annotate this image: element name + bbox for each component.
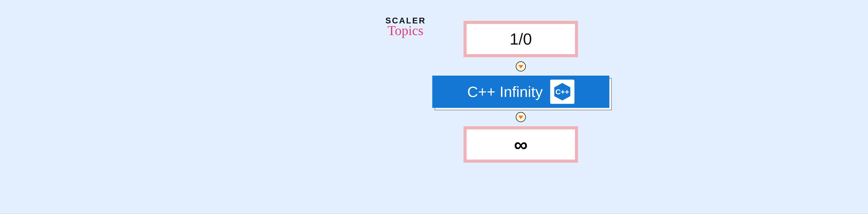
flow-diagram: 1/0 C++ Infinity C++ ∞ [432,21,609,163]
concept-bar-wrap: C++ Infinity C++ [432,76,609,108]
triangle-down-icon [518,65,523,69]
input-expression-text: 1/0 [510,30,532,48]
cpp-hex-text: C++ [555,88,569,96]
input-expression-box: 1/0 [464,21,578,57]
arrow-down-icon [516,112,526,122]
output-result-box: ∞ [464,126,578,163]
arrow-down-icon [516,61,526,71]
output-infinity-symbol: ∞ [514,134,528,155]
logo-line-2: Topics [388,24,426,37]
concept-label: C++ Infinity [467,83,543,100]
scaler-topics-logo: SCALER Topics [385,16,426,37]
diagram-canvas: SCALER Topics 1/0 C++ Infinity C++ [0,0,868,214]
concept-bar: C++ Infinity C++ [432,76,609,108]
cpp-logo-badge: C++ [550,80,575,104]
triangle-down-icon [518,116,523,119]
cpp-hex-icon: C++ [553,82,572,101]
